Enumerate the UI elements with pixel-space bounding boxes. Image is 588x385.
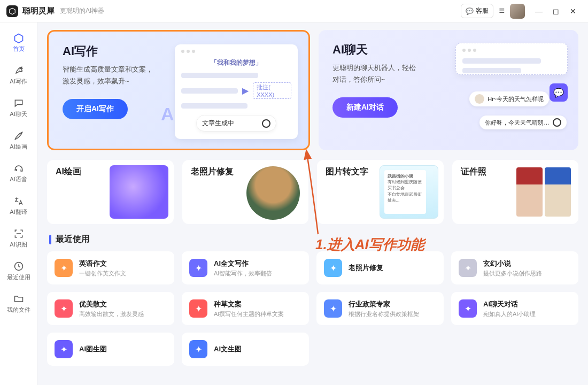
- preview-title: 「我和我的梦想」: [175, 57, 298, 71]
- tool-subtitle: 宛如真人的AI小助理: [483, 310, 536, 318]
- tool-icon: ✦: [55, 340, 73, 358]
- headphone-icon: [13, 163, 25, 174]
- tool-title: 行业政策专家: [349, 299, 419, 309]
- sidebar-item-draw[interactable]: AI绘画: [4, 126, 33, 155]
- title-bar: 聪明灵犀 更聪明的AI神器 💬 客服 ≡ — ◻ ✕: [0, 0, 588, 22]
- tool-title: 种草文案: [214, 299, 284, 309]
- tool-title: AI图生图: [79, 344, 107, 354]
- sidebar-item-label: AI绘画: [10, 143, 27, 151]
- sidebar-item-recent[interactable]: 最近使用: [4, 256, 33, 286]
- recent-grid: ✦ 英语作文 一键创作英文作文✦ AI全文写作 AI智能写作，效率翻倍✦ 老照片…: [47, 251, 578, 366]
- tool-card[interactable]: ✦ 老照片修复: [316, 251, 444, 284]
- generating-pill: 文章生成中: [196, 115, 276, 132]
- tool-icon: ✦: [189, 259, 207, 277]
- tool-icon: ✦: [459, 259, 477, 277]
- tool-card[interactable]: ✦ 英语作文 一键创作英文作文: [47, 251, 174, 284]
- support-label: 客服: [476, 6, 489, 16]
- tool-title: 老照片修复: [349, 263, 383, 273]
- clock-icon: [13, 260, 25, 272]
- feature-title: 图片转文字: [326, 166, 368, 178]
- tool-card[interactable]: ✦ 行业政策专家 根据行业名称提供政策框架: [316, 292, 444, 325]
- tool-subtitle: 一键创作英文作文: [79, 270, 126, 278]
- minimize-button[interactable]: —: [530, 3, 547, 20]
- folder-icon: [13, 293, 25, 305]
- brush-icon: [13, 130, 25, 142]
- tool-title: AI全文写作: [214, 259, 272, 268]
- chat-bubble: Hi~今天的天气怎样呢: [469, 91, 549, 106]
- tool-icon: ✦: [189, 299, 207, 318]
- hero-card-ai-write[interactable]: AI写作 智能生成高质量文章和文案， 激发灵感，效率飙升~ 开启AI写作 AI …: [47, 30, 310, 150]
- tool-title: AI聊天对话: [483, 299, 536, 309]
- user-avatar[interactable]: [510, 4, 525, 19]
- tool-icon: ✦: [189, 340, 207, 358]
- sidebar-item-files[interactable]: 我的文件: [4, 289, 33, 318]
- scan-icon: [13, 228, 25, 240]
- chat-bubble: 你好呀，今天天气晴朗…: [479, 116, 567, 129]
- sidebar: 首页 AI写作 AI聊天 AI绘画 AI语音 AI翻译 AI识图 最近使用 我的…: [0, 22, 37, 385]
- tool-card[interactable]: ✦ 种草文案 AI撰写任何主题的种草文案: [182, 292, 309, 325]
- sidebar-item-translate[interactable]: AI翻译: [4, 191, 33, 220]
- feather-icon: [13, 65, 25, 76]
- tool-card[interactable]: ✦ 玄幻小说 提供更多小说创作思路: [451, 251, 578, 284]
- tool-title: 英语作文: [79, 259, 126, 268]
- maximize-button[interactable]: ◻: [547, 3, 564, 20]
- feature-card-ocr[interactable]: 图片转文字 武昌街的小调有时候到重庆随便买书总会不自觉地跟武昌街扯去...: [317, 160, 444, 224]
- support-button[interactable]: 💬 客服: [461, 4, 493, 18]
- sidebar-item-home[interactable]: 首页: [4, 28, 33, 57]
- feature-card-photo-restore[interactable]: 老照片修复: [182, 160, 309, 224]
- start-ai-write-button[interactable]: 开启AI写作: [63, 99, 128, 119]
- tool-title: AI文生图: [214, 344, 242, 354]
- chat-icon: 💬: [466, 7, 474, 15]
- hex-icon: [553, 118, 561, 127]
- tool-subtitle: AI智能写作，效率翻倍: [214, 270, 272, 278]
- bubble-text: 你好呀，今天天气晴朗…: [485, 119, 550, 127]
- home-icon: [13, 32, 25, 44]
- tool-card[interactable]: ✦ 优美散文 高效输出散文，激发灵感: [47, 292, 174, 325]
- feature-thumb: [110, 165, 168, 219]
- gen-status-label: 文章生成中: [202, 119, 234, 128]
- feature-thumb: 武昌街的小调有时候到重庆随便买书总会不自觉地跟武昌街扯去...: [380, 165, 438, 219]
- tool-icon: ✦: [324, 299, 342, 318]
- sidebar-item-label: 最近使用: [7, 273, 30, 281]
- close-button[interactable]: ✕: [564, 3, 582, 20]
- tool-card[interactable]: ✦ AI全文写作 AI智能写作，效率翻倍: [182, 251, 309, 284]
- sidebar-item-label: AI聊天: [10, 110, 27, 118]
- sidebar-item-voice[interactable]: AI语音: [4, 158, 33, 188]
- menu-icon[interactable]: ≡: [499, 5, 505, 17]
- app-logo: [6, 5, 18, 17]
- tool-card[interactable]: ✦ AI聊天对话 宛如真人的AI小助理: [451, 292, 578, 325]
- ocr-paper-title: 武昌街的小调: [388, 174, 413, 179]
- avatar-icon: [475, 94, 484, 104]
- sidebar-item-label: 我的文件: [7, 306, 30, 314]
- section-heading-recent: 最近使用: [49, 234, 578, 245]
- feature-card-id-photo[interactable]: 证件照: [452, 160, 579, 224]
- translate-icon: [13, 195, 25, 207]
- sidebar-item-label: AI语音: [10, 175, 27, 183]
- hero-desc-line: 激发灵感，效率飙升~: [63, 77, 129, 85]
- feature-title: 证件照: [461, 166, 486, 178]
- sidebar-item-chat[interactable]: AI聊天: [4, 93, 33, 122]
- sidebar-item-ocr[interactable]: AI识图: [4, 224, 33, 253]
- app-tagline: 更聪明的AI神器: [60, 6, 104, 16]
- write-preview: 「我和我的梦想」 ▶批注( XXXX) 文章生成中: [175, 44, 298, 139]
- hero-desc-line: 对话，答你所问~: [332, 75, 385, 83]
- sidebar-item-label: AI翻译: [10, 208, 27, 216]
- new-ai-chat-button[interactable]: 新建AI对话: [332, 97, 398, 118]
- feature-card-ai-draw[interactable]: AI绘画: [47, 160, 174, 224]
- tool-icon: ✦: [459, 299, 477, 318]
- chat-icon: 💬: [550, 83, 568, 102]
- tool-card[interactable]: ✦ AI图生图: [47, 333, 174, 366]
- svg-marker-0: [10, 8, 16, 14]
- tool-subtitle: AI撰写任何主题的种草文案: [214, 310, 284, 318]
- hero-desc-line: 智能生成高质量文章和文案，: [63, 65, 153, 73]
- feature-thumb: [514, 165, 573, 219]
- section-heading-label: 最近使用: [56, 234, 90, 245]
- sidebar-item-write[interactable]: AI写作: [4, 60, 33, 90]
- chat-bubble-icon: [13, 97, 25, 109]
- tool-card[interactable]: ✦ AI文生图: [182, 333, 309, 366]
- feature-title: 老照片修复: [191, 166, 234, 178]
- sidebar-item-label: 首页: [13, 45, 25, 53]
- hero-card-ai-chat[interactable]: AI聊天 更聪明的聊天机器人，轻松 对话，答你所问~ 新建AI对话 💬 Hi~今…: [319, 30, 578, 150]
- tool-title: 玄幻小说: [483, 259, 542, 268]
- bubble-text: Hi~今天的天气怎样呢: [488, 95, 544, 103]
